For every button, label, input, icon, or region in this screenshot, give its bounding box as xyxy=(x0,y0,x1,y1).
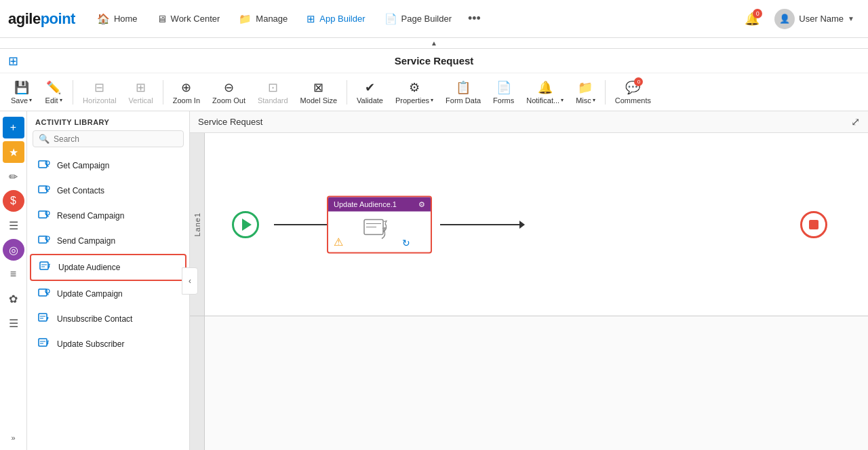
collapse-nav-button[interactable]: ▲ xyxy=(0,38,868,49)
properties-label: Properties xyxy=(395,96,429,105)
search-box[interactable]: 🔍 xyxy=(33,130,184,147)
model-size-label: Model Size xyxy=(300,96,337,105)
nav-workcenter-label: Work Center xyxy=(171,14,220,24)
vertical-label: Vertical xyxy=(129,96,153,105)
comments-button[interactable]: 💬 0 Comments xyxy=(610,77,656,107)
nav-home[interactable]: 🏠 Home xyxy=(89,9,146,29)
arrow-start-to-node xyxy=(274,224,335,225)
strip-list2-icon[interactable]: ≡ xyxy=(3,263,24,285)
model-size-button[interactable]: ⊠ Model Size xyxy=(295,77,342,107)
activity-item-send-campaign[interactable]: Send Campaign xyxy=(30,229,186,253)
user-chevron-icon: ▼ xyxy=(848,15,854,22)
update-audience-label: Update Audience xyxy=(58,263,120,272)
start-triangle-icon xyxy=(242,219,252,231)
collapse-panel-button[interactable]: ‹ xyxy=(182,267,198,295)
end-node xyxy=(800,211,827,238)
horizontal-label: Horizontal xyxy=(83,96,117,105)
notifications-button[interactable]: 🔔 0 xyxy=(741,7,764,31)
save-icon: 💾 xyxy=(14,80,29,95)
zoom-out-label: Zoom Out xyxy=(212,96,245,105)
avatar-icon: 👤 xyxy=(779,14,790,24)
workcenter-icon: 🖥 xyxy=(157,13,167,24)
node-gear-icon: ⚙ xyxy=(418,200,425,208)
misc-button[interactable]: 📁 Misc ▾ xyxy=(570,77,601,107)
form-data-icon: 📋 xyxy=(456,80,471,95)
node-body: ⚠ ↻ xyxy=(328,211,431,252)
model-size-icon: ⊠ xyxy=(313,80,323,95)
home-icon: 🏠 xyxy=(97,13,110,25)
top-navigation: agilepoint 🏠 Home 🖥 Work Center 📁 Manage… xyxy=(0,0,868,38)
properties-button[interactable]: ⚙ Properties ▾ xyxy=(390,77,439,107)
nav-manage[interactable]: 📁 Manage xyxy=(231,9,296,29)
zoom-out-button[interactable]: ⊖ Zoom Out xyxy=(207,77,251,107)
get-campaign-icon xyxy=(38,158,52,173)
zoom-in-icon: ⊕ xyxy=(181,80,191,95)
nav-more-button[interactable]: ••• xyxy=(462,7,486,30)
activity-item-resend-campaign[interactable]: Resend Campaign xyxy=(30,204,186,228)
arrow-node-to-end xyxy=(440,224,521,225)
node-refresh-icon: ↻ xyxy=(402,237,410,248)
activity-item-update-audience[interactable]: Update Audience xyxy=(30,254,186,281)
send-campaign-icon xyxy=(38,233,52,248)
strip-dollar-icon[interactable]: $ xyxy=(3,190,24,212)
activity-item-update-campaign[interactable]: Update Campaign xyxy=(30,282,186,306)
properties-icon: ⚙ xyxy=(409,80,420,95)
appbuilder-icon: ⊞ xyxy=(307,13,315,25)
strip-edit-icon[interactable]: ✏ xyxy=(3,166,24,187)
notifications-toolbar-button[interactable]: 🔔 Notificat... ▾ xyxy=(521,77,569,107)
activity-item-get-contacts[interactable]: Get Contacts xyxy=(30,179,186,203)
nav-pagebuilder-label: Page Builder xyxy=(401,14,452,24)
update-campaign-icon xyxy=(38,286,52,301)
activity-item-get-campaign[interactable]: Get Campaign xyxy=(30,153,186,178)
zoom-in-label: Zoom In xyxy=(173,96,200,105)
toolbar-separator-1 xyxy=(73,80,73,105)
nav-manage-label: Manage xyxy=(256,14,288,24)
unsubscribe-contact-label: Unsubscribe Contact xyxy=(57,314,132,324)
logo-text: agilepoint xyxy=(8,10,75,27)
resend-campaign-icon xyxy=(38,208,52,223)
strip-flower-icon[interactable]: ✿ xyxy=(3,288,24,310)
strip-more-button[interactable]: » xyxy=(8,431,18,445)
validate-button[interactable]: ✔ Validate xyxy=(351,77,389,107)
search-input[interactable] xyxy=(54,134,178,144)
properties-caret-icon: ▾ xyxy=(431,97,433,103)
forms-button[interactable]: 📄 Forms xyxy=(488,77,519,107)
standard-button: ⊡ Standard xyxy=(252,77,294,107)
validate-icon: ✔ xyxy=(365,80,375,95)
horizontal-icon: ⊟ xyxy=(94,80,104,95)
nav-workcenter[interactable]: 🖥 Work Center xyxy=(149,9,229,29)
form-data-button[interactable]: 📋 Form Data xyxy=(440,77,486,107)
zoom-in-button[interactable]: ⊕ Zoom In xyxy=(167,77,205,107)
pagebuilder-icon: 📄 xyxy=(384,13,397,25)
nav-appbuilder[interactable]: ⊞ App Builder xyxy=(298,9,373,29)
save-label: Save xyxy=(11,96,28,105)
strip-circle-icon[interactable]: ◎ xyxy=(3,239,24,261)
get-contacts-icon xyxy=(38,183,52,198)
save-button[interactable]: 💾 Save ▾ xyxy=(5,77,37,107)
start-node xyxy=(232,211,259,238)
workflow-node-update-audience[interactable]: Update Audience.1 ⚙ xyxy=(327,195,432,253)
strip-star-icon[interactable]: ★ xyxy=(3,141,24,163)
vertical-button: ⊞ Vertical xyxy=(123,77,159,107)
strip-list-icon[interactable]: ☰ xyxy=(3,214,24,236)
canvas-body[interactable]: Lane1 Update Audience.1 ⚙ xyxy=(190,133,868,450)
node-header: Update Audience.1 ⚙ xyxy=(328,197,431,211)
canvas-expand-icon[interactable]: ⤢ xyxy=(851,115,860,128)
horizontal-button: ⊟ Horizontal xyxy=(77,77,122,107)
icon-strip: + ★ ✏ $ ☰ ◎ ≡ ✿ ☰ » xyxy=(0,111,27,450)
activity-item-update-subscriber[interactable]: Update Subscriber xyxy=(30,332,186,356)
edit-button[interactable]: ✏️ Edit ▾ xyxy=(39,77,68,107)
update-subscriber-icon xyxy=(38,337,52,352)
strip-list3-icon[interactable]: ☰ xyxy=(3,312,24,334)
form-data-label: Form Data xyxy=(446,96,481,105)
nav-pagebuilder[interactable]: 📄 Page Builder xyxy=(376,9,460,29)
get-contacts-label: Get Contacts xyxy=(57,186,104,195)
user-menu-button[interactable]: 👤 User Name ▼ xyxy=(769,6,860,32)
activity-item-unsubscribe-contact[interactable]: Unsubscribe Contact xyxy=(30,307,186,331)
update-subscriber-label: Update Subscriber xyxy=(57,339,124,349)
edit-icon: ✏️ xyxy=(46,80,61,95)
strip-add-icon[interactable]: + xyxy=(3,117,24,138)
arrow-head-2 xyxy=(519,221,525,229)
notifications-badge: 0 xyxy=(753,9,762,18)
activity-list: Get Campaign Get Contacts Resend Campaig… xyxy=(27,153,189,450)
